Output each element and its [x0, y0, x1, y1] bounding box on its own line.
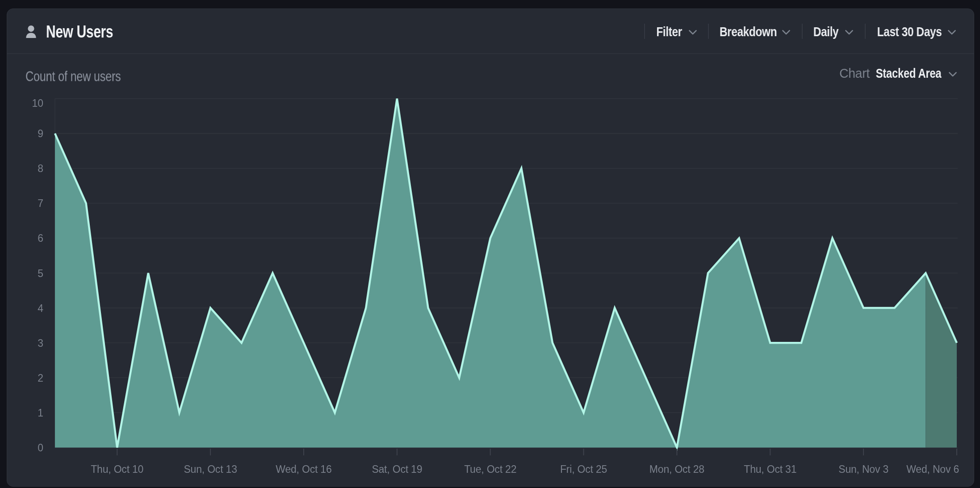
y-axis-label-2: 2: [38, 372, 43, 384]
x-axis-label: Tue, Oct 22: [464, 463, 516, 475]
y-axis-label-8: 8: [38, 163, 43, 174]
y-axis-label-5: 5: [38, 268, 43, 279]
x-axis-label: Wed, Nov 6: [906, 463, 959, 475]
x-axis-label: Thu, Oct 10: [91, 463, 143, 475]
area-fill-incomplete-period: [926, 273, 957, 448]
y-axis-label-7: 7: [38, 198, 43, 209]
area-chart: 012345678910Thu, Oct 10Sun, Oct 13Wed, O…: [0, 0, 980, 488]
y-axis-label-3: 3: [38, 337, 43, 349]
y-axis-label-1: 1: [38, 407, 43, 419]
dashboard-page: { "header": { "title": "New Users", "con…: [0, 0, 980, 488]
x-axis-label: Sun, Oct 13: [184, 463, 237, 475]
y-axis-label-9: 9: [38, 128, 43, 139]
x-axis-label: Mon, Oct 28: [649, 463, 704, 475]
x-axis-label: Thu, Oct 31: [744, 463, 796, 475]
y-axis-label-4: 4: [38, 303, 43, 314]
y-axis-label-6: 6: [38, 232, 43, 244]
y-axis-label-10: 10: [32, 97, 43, 109]
x-axis-label: Sun, Nov 3: [838, 463, 888, 475]
y-axis-label-0: 0: [38, 442, 43, 454]
x-axis-label: Sat, Oct 19: [372, 463, 422, 475]
x-axis-label: Wed, Oct 16: [276, 463, 331, 475]
x-axis-label: Fri, Oct 25: [560, 463, 607, 475]
